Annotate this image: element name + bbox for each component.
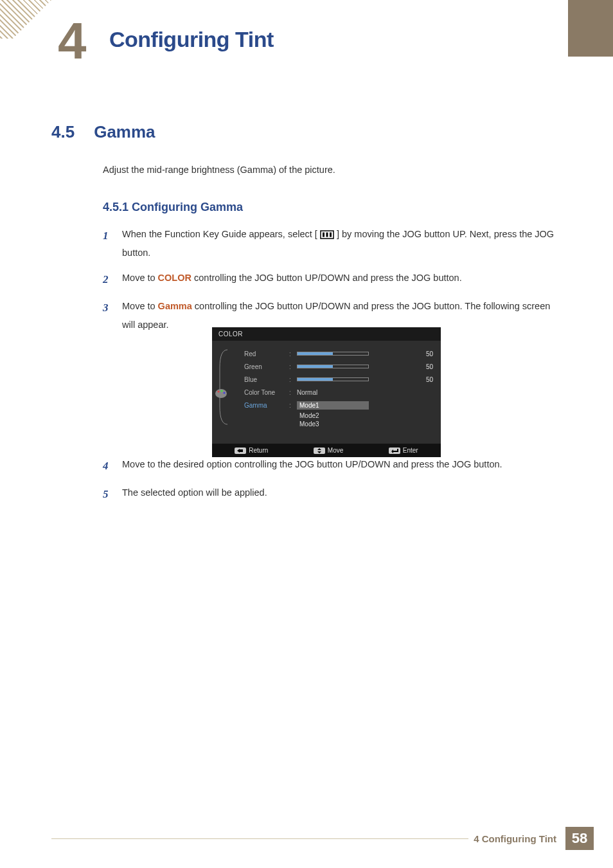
osd-screenshot: COLOR Red : 50 Green : 50 Blue : 50 Colo… (212, 327, 441, 457)
step-2: 2 Move to COLOR controlling the JOG butt… (103, 269, 565, 291)
osd-value: Normal (297, 389, 317, 396)
footer-chapter-label: 4 Configuring Tint (474, 833, 556, 844)
osd-mode-option: Mode2 (297, 411, 433, 420)
osd-slider (297, 377, 369, 381)
osd-footer-label: Move (328, 447, 343, 454)
osd-body: Red : 50 Green : 50 Blue : 50 Color Tone… (212, 341, 441, 444)
osd-footer-label: Return (249, 447, 268, 454)
palette-icon (215, 388, 227, 399)
colon: : (289, 350, 297, 357)
colon: : (289, 389, 297, 396)
osd-row-red: Red : 50 (218, 347, 433, 360)
osd-mode-selected: Mode1 (297, 401, 369, 410)
enter-key-icon (389, 448, 400, 454)
osd-title: COLOR (212, 327, 441, 341)
svg-point-6 (221, 390, 223, 392)
return-key-icon (235, 448, 246, 454)
osd-mode-option: Mode3 (297, 420, 433, 428)
footer-rule (51, 838, 468, 839)
section-intro: Adjust the mid-range brightness (Gamma) … (103, 165, 335, 175)
osd-row-blue: Blue : 50 (218, 373, 433, 386)
header-accent-bar (568, 0, 613, 57)
menu-icon (320, 230, 334, 239)
step-number: 2 (103, 269, 111, 291)
step-body: Move to COLOR controlling the JOG button… (122, 269, 565, 291)
osd-label: Blue (244, 376, 289, 383)
colon: : (289, 363, 297, 370)
step-1: 1 When the Function Key Guide appears, s… (103, 225, 565, 262)
step-highlight: COLOR (158, 273, 191, 283)
osd-bracket-icon (218, 348, 230, 426)
osd-label: Color Tone (244, 389, 289, 396)
step-text: Move to (122, 273, 158, 283)
corner-decoration (0, 0, 51, 39)
step-number: 5 (103, 484, 111, 505)
steps-list-continued: 4 Move to the desired option controlling… (103, 455, 572, 512)
section-number: 4.5 (51, 122, 75, 142)
step-highlight: Gamma (158, 301, 192, 311)
osd-enter-hint: Enter (389, 447, 418, 454)
svg-rect-3 (330, 233, 332, 237)
osd-label: Red (244, 350, 289, 357)
subsection-heading: 4.5.1 Configuring Gamma (103, 201, 243, 214)
osd-value: 50 (415, 350, 433, 357)
osd-label: Green (244, 363, 289, 370)
colon: : (289, 402, 297, 409)
osd-move-hint: Move (314, 447, 343, 454)
colon: : (289, 376, 297, 383)
osd-row-colortone: Color Tone : Normal (218, 386, 433, 399)
step-body: The selected option will be applied. (122, 484, 572, 505)
move-key-icon (314, 448, 325, 454)
osd-slider (297, 365, 369, 368)
step-body: When the Function Key Guide appears, sel… (122, 225, 565, 262)
osd-return-hint: Return (235, 447, 268, 454)
chapter-title: Configuring Tint (109, 27, 274, 52)
chapter-number: 4 (58, 12, 87, 71)
section-title: Gamma (94, 122, 155, 142)
section-heading: 4.5 Gamma (51, 122, 155, 142)
step-body: Move to the desired option controlling t… (122, 455, 572, 477)
step-number: 4 (103, 455, 111, 477)
svg-rect-2 (326, 233, 328, 237)
svg-point-7 (224, 392, 226, 394)
osd-value: 50 (415, 376, 433, 383)
step-number: 1 (103, 225, 111, 262)
step-text: Move to (122, 301, 158, 311)
step-text: When the Function Key Guide appears, sel… (122, 229, 317, 239)
osd-footer-label: Enter (403, 447, 418, 454)
step-5: 5 The selected option will be applied. (103, 484, 572, 505)
svg-rect-8 (240, 449, 243, 452)
svg-point-5 (218, 391, 220, 393)
page-number: 58 (565, 827, 594, 850)
osd-label-active: Gamma (244, 402, 289, 409)
step-number: 3 (103, 297, 111, 334)
osd-row-green: Green : 50 (218, 360, 433, 373)
svg-rect-1 (323, 233, 324, 237)
page-footer: 4 Configuring Tint 58 (51, 827, 594, 850)
step-4: 4 Move to the desired option controlling… (103, 455, 572, 477)
osd-slider (297, 352, 369, 356)
steps-list: 1 When the Function Key Guide appears, s… (103, 225, 565, 341)
osd-row-gamma: Gamma : Mode1 (218, 399, 433, 411)
osd-mode-options: Mode2 Mode3 (297, 411, 433, 428)
osd-value: 50 (415, 363, 433, 370)
step-text: controlling the JOG button UP/DOWN and p… (191, 273, 462, 283)
